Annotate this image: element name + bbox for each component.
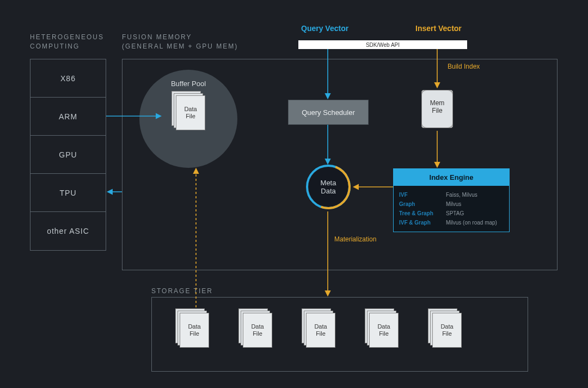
ie-v1: Milvus [446, 201, 461, 207]
mem-file-l1: Mem [430, 99, 445, 107]
sdk-web-api-bar: SDK/Web API [298, 40, 467, 49]
ie-k0: IVF [399, 192, 446, 198]
mem-file: Mem File [421, 90, 453, 128]
insert-vector-label: Insert Vector [415, 24, 462, 33]
sf0l1: Data [188, 323, 200, 330]
sf0l2: File [189, 330, 199, 337]
data-file-text2: File [186, 113, 195, 119]
ie-k2: Tree & Graph [399, 210, 446, 216]
storage-file-3: DataFile [365, 308, 399, 348]
storage-title: STORAGE TIER [151, 287, 213, 295]
storage-files-row: DataFile DataFile DataFile DataFile Data… [175, 308, 462, 348]
buffer-pool: Buffer Pool DataFile [139, 70, 237, 168]
compute-arm: ARM [30, 98, 106, 136]
ie-v3: Milvus (on road map) [446, 220, 497, 226]
mem-file-l2: File [432, 107, 442, 114]
data-file-text1: Data [184, 106, 197, 112]
sf1l2: File [253, 330, 262, 337]
compute-stack: X86 ARM GPU TPU other ASIC [30, 59, 106, 251]
storage-file-2: DataFile [302, 308, 335, 348]
ie-k3: IVF & Graph [399, 220, 446, 226]
build-index-label: Build Index [448, 63, 480, 70]
materialization-label: Materialization [334, 235, 376, 243]
storage-file-0: DataFile [175, 308, 209, 348]
buffer-pool-label: Buffer Pool [171, 80, 206, 88]
data-file-icon: DataFile [171, 91, 205, 130]
storage-file-4: DataFile [428, 308, 462, 348]
ie-k1: Graph [399, 201, 446, 207]
sf4l2: File [442, 330, 452, 337]
sf4l1: Data [440, 323, 453, 330]
index-engine-header: Index Engine [394, 169, 509, 186]
sf2l2: File [316, 330, 326, 337]
meta-data-circle: MetaData [306, 165, 351, 209]
sf3l1: Data [377, 323, 390, 330]
compute-gpu: GPU [30, 136, 106, 174]
sf1l1: Data [251, 323, 264, 330]
sf3l2: File [379, 330, 389, 337]
index-engine-panel: Index Engine IVFFaiss, Milvus GraphMilvu… [393, 168, 510, 232]
query-vector-label: Query Vector [301, 24, 348, 33]
ie-v0: Faiss, Milvus [446, 192, 477, 198]
fusion-title: FUSION MEMORY (GENERAL MEM + GPU MEM) [122, 33, 264, 51]
compute-other-asic: other ASIC [30, 212, 106, 250]
heterogeneous-title: HETEROGENEOUS COMPUTING [30, 33, 112, 51]
meta-l1: Meta [321, 179, 336, 187]
index-engine-body: IVFFaiss, Milvus GraphMilvus Tree & Grap… [394, 186, 509, 232]
ie-v2: SPTAG [446, 210, 464, 216]
storage-file-1: DataFile [238, 308, 272, 348]
query-scheduler-box: Query Scheduler [288, 100, 369, 125]
compute-tpu: TPU [30, 174, 106, 212]
sf2l1: Data [314, 323, 327, 330]
meta-l2: Data [321, 187, 335, 195]
compute-x86: X86 [30, 59, 106, 98]
